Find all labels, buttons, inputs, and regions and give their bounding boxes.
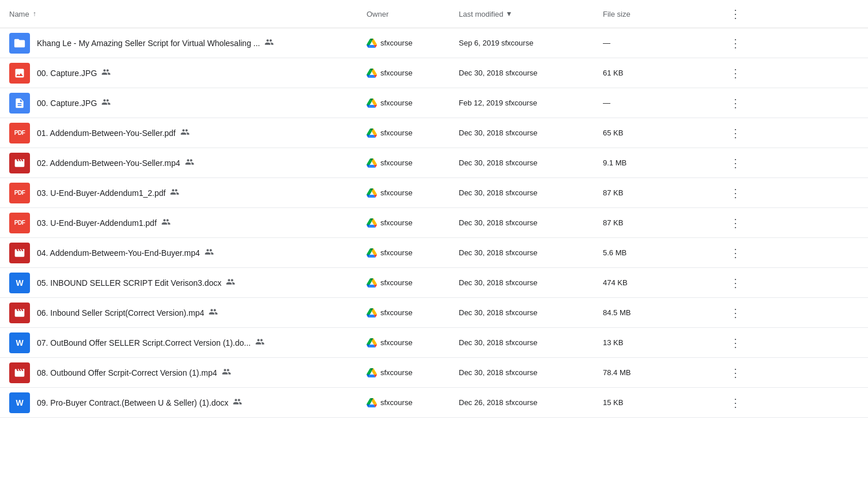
table-row[interactable]: 02. Addendum-Between-You-Seller.mp4 sfxc… bbox=[0, 148, 868, 178]
lastmod-sort-icon: ▼ bbox=[505, 10, 512, 18]
file-type-icon bbox=[9, 243, 30, 263]
table-row[interactable]: W 07. OutBound Offer SELLER Script.Corre… bbox=[0, 328, 868, 358]
more-options-cell: ⋮ bbox=[718, 94, 753, 112]
more-options-cell: ⋮ bbox=[718, 274, 753, 292]
shared-icon bbox=[226, 277, 235, 289]
name-cell: 06. Inbound Seller Script(Correct Versio… bbox=[9, 303, 367, 323]
table-row[interactable]: Khang Le - My Amazing Seller Script for … bbox=[0, 28, 868, 58]
shared-icon bbox=[101, 67, 111, 79]
shared-icon bbox=[205, 247, 214, 259]
file-type-icon: W bbox=[9, 332, 30, 353]
file-size-cell: 78.4 MB bbox=[603, 368, 718, 377]
owner-name: sfxcourse bbox=[380, 128, 413, 137]
table-row[interactable]: PDF 01. Addendum-Between-You-Seller.pdf … bbox=[0, 118, 868, 148]
last-modified-cell: Feb 12, 2019 sfxcourse bbox=[459, 99, 603, 107]
file-type-icon: W bbox=[9, 392, 30, 413]
shared-icon bbox=[233, 397, 242, 409]
more-options-button[interactable]: ⋮ bbox=[726, 184, 745, 202]
more-options-button[interactable]: ⋮ bbox=[726, 214, 745, 232]
file-name: Khang Le - My Amazing Seller Script for … bbox=[37, 37, 274, 49]
owner-cell: sfxcourse bbox=[367, 68, 459, 78]
file-name: 01. Addendum-Between-You-Seller.pdf bbox=[37, 127, 190, 139]
file-type-icon bbox=[9, 303, 30, 323]
more-options-cell: ⋮ bbox=[718, 184, 753, 202]
header-owner-col: Owner bbox=[367, 10, 459, 18]
name-cell: PDF 01. Addendum-Between-You-Seller.pdf bbox=[9, 123, 367, 143]
table-row[interactable]: 00. Capture.JPG sfxcourse Feb 12, 2019 s… bbox=[0, 88, 868, 118]
owner-cell: sfxcourse bbox=[367, 158, 459, 168]
table-row[interactable]: PDF 03. U-End-Buyer-Addendum1_2.pdf sfxc… bbox=[0, 178, 868, 208]
more-options-button[interactable]: ⋮ bbox=[726, 34, 745, 52]
owner-cell: sfxcourse bbox=[367, 368, 459, 378]
more-options-button[interactable]: ⋮ bbox=[726, 64, 745, 82]
owner-name: sfxcourse bbox=[380, 248, 413, 257]
owner-cell: sfxcourse bbox=[367, 38, 459, 48]
last-modified-cell: Dec 30, 2018 sfxcourse bbox=[459, 69, 603, 77]
owner-name: sfxcourse bbox=[380, 158, 413, 167]
more-options-button[interactable]: ⋮ bbox=[726, 244, 745, 262]
last-modified-cell: Dec 30, 2018 sfxcourse bbox=[459, 188, 603, 197]
file-size-cell: 87 KB bbox=[603, 218, 718, 227]
file-size-cell: 5.6 MB bbox=[603, 248, 718, 257]
file-name: 00. Capture.JPG bbox=[37, 97, 111, 109]
table-row[interactable]: 06. Inbound Seller Script(Correct Versio… bbox=[0, 298, 868, 328]
more-options-button[interactable]: ⋮ bbox=[726, 304, 745, 322]
shared-icon bbox=[170, 187, 179, 199]
file-size-cell: 65 KB bbox=[603, 128, 718, 137]
last-modified-cell: Dec 30, 2018 sfxcourse bbox=[459, 128, 603, 137]
table-body: Khang Le - My Amazing Seller Script for … bbox=[0, 28, 868, 418]
name-cell: W 07. OutBound Offer SELLER Script.Corre… bbox=[9, 332, 367, 353]
more-options-button[interactable]: ⋮ bbox=[726, 274, 745, 292]
name-cell: PDF 03. U-End-Buyer-Addendum1.pdf bbox=[9, 213, 367, 233]
header-name-col[interactable]: Name ↑ bbox=[9, 10, 367, 18]
table-row[interactable]: PDF 03. U-End-Buyer-Addendum1.pdf sfxcou… bbox=[0, 208, 868, 238]
owner-name: sfxcourse bbox=[380, 278, 413, 287]
more-options-button[interactable]: ⋮ bbox=[726, 334, 745, 352]
name-cell: W 09. Pro-Buyer Contract.(Between U & Se… bbox=[9, 392, 367, 413]
shared-icon bbox=[161, 217, 171, 229]
table-row[interactable]: 08. Outbound Offer Scrpit-Correct Versio… bbox=[0, 358, 868, 388]
header-lastmod-col[interactable]: Last modified ▼ bbox=[459, 10, 603, 18]
table-header: Name ↑ Owner Last modified ▼ File size ⋮ bbox=[0, 0, 868, 28]
header-filesize-col: File size bbox=[603, 10, 718, 18]
more-options-cell: ⋮ bbox=[718, 154, 753, 172]
more-options-button[interactable]: ⋮ bbox=[726, 394, 745, 412]
last-modified-cell: Dec 30, 2018 sfxcourse bbox=[459, 278, 603, 287]
file-name: 08. Outbound Offer Scrpit-Correct Versio… bbox=[37, 367, 231, 379]
more-options-cell: ⋮ bbox=[718, 304, 753, 322]
table-row[interactable]: W 05. INBOUND SELLER SCRIPT Edit Verison… bbox=[0, 268, 868, 298]
file-size-cell: 474 KB bbox=[603, 278, 718, 287]
owner-name: sfxcourse bbox=[380, 368, 413, 377]
file-type-icon: PDF bbox=[9, 213, 30, 233]
file-type-icon bbox=[9, 63, 30, 84]
owner-cell: sfxcourse bbox=[367, 218, 459, 228]
file-name: 00. Capture.JPG bbox=[37, 67, 111, 79]
file-size-cell: 13 KB bbox=[603, 338, 718, 347]
owner-cell: sfxcourse bbox=[367, 128, 459, 138]
file-size-cell: 61 KB bbox=[603, 69, 718, 77]
name-cell: 08. Outbound Offer Scrpit-Correct Versio… bbox=[9, 362, 367, 383]
file-size-cell: 87 KB bbox=[603, 188, 718, 197]
header-more-button[interactable]: ⋮ bbox=[727, 5, 744, 23]
more-options-button[interactable]: ⋮ bbox=[726, 94, 745, 112]
file-type-icon: PDF bbox=[9, 183, 30, 203]
owner-name: sfxcourse bbox=[380, 69, 413, 77]
more-options-button[interactable]: ⋮ bbox=[726, 364, 745, 382]
name-sort-icon: ↑ bbox=[33, 10, 36, 18]
more-options-button[interactable]: ⋮ bbox=[726, 124, 745, 142]
more-options-button[interactable]: ⋮ bbox=[726, 154, 745, 172]
table-row[interactable]: 04. Addendum-Betweem-You-End-Buyer.mp4 s… bbox=[0, 238, 868, 268]
file-name: 03. U-End-Buyer-Addendum1.pdf bbox=[37, 217, 171, 229]
owner-cell: sfxcourse bbox=[367, 278, 459, 288]
file-name: 09. Pro-Buyer Contract.(Between U & Sell… bbox=[37, 397, 242, 409]
file-type-icon: PDF bbox=[9, 123, 30, 143]
file-name: 07. OutBound Offer SELLER Script.Correct… bbox=[37, 337, 265, 349]
header-filesize-label: File size bbox=[603, 10, 631, 18]
shared-icon bbox=[185, 157, 194, 169]
name-cell: 02. Addendum-Between-You-Seller.mp4 bbox=[9, 153, 367, 173]
name-cell: 04. Addendum-Betweem-You-End-Buyer.mp4 bbox=[9, 243, 367, 263]
file-type-icon bbox=[9, 33, 30, 54]
shared-icon bbox=[255, 337, 265, 349]
table-row[interactable]: 00. Capture.JPG sfxcourse Dec 30, 2018 s… bbox=[0, 58, 868, 88]
table-row[interactable]: W 09. Pro-Buyer Contract.(Between U & Se… bbox=[0, 388, 868, 418]
